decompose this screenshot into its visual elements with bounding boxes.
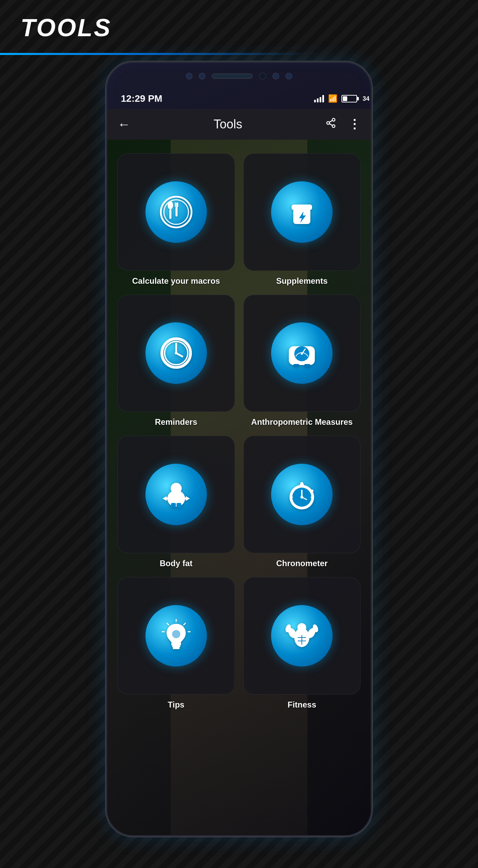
phone-dot-right — [272, 73, 279, 80]
svg-rect-11 — [177, 202, 178, 207]
chronometer-icon-circle — [271, 464, 333, 525]
phone-dot-left2 — [199, 73, 206, 80]
accent-line — [0, 53, 307, 55]
battery-icon: 34 — [341, 95, 357, 102]
svg-point-54 — [172, 630, 180, 638]
svg-rect-34 — [177, 503, 181, 508]
svg-marker-29 — [163, 496, 167, 501]
svg-point-1 — [327, 122, 329, 124]
phone-speaker — [212, 73, 253, 79]
phone-dot-left — [186, 73, 193, 80]
tool-chronometer[interactable]: Chronometer — [243, 436, 361, 569]
status-icons: 📶 34 — [314, 94, 357, 103]
app-header: ← Tools ⋮ — [107, 109, 371, 140]
tool-reminders-card[interactable] — [117, 295, 235, 412]
fitness-label: Fitness — [284, 699, 320, 710]
tool-tips[interactable]: Tips — [117, 577, 235, 710]
share-button[interactable] — [325, 117, 336, 131]
reminders-icon-circle — [145, 322, 207, 384]
bodyfat-icon-circle — [145, 464, 207, 525]
svg-rect-38 — [300, 482, 303, 484]
bodyfat-label: Body fat — [156, 558, 196, 569]
supplements-label: Supplements — [273, 276, 331, 286]
phone-dot-right2 — [285, 73, 292, 80]
tool-anthropometric[interactable]: Anthropometric Measures — [243, 295, 361, 428]
tool-supplements-card[interactable] — [243, 153, 361, 271]
tool-chronometer-card[interactable] — [243, 436, 361, 553]
svg-point-42 — [300, 496, 303, 499]
status-bar: 12:29 PM 📶 34 — [107, 88, 371, 109]
svg-line-50 — [167, 623, 169, 625]
tool-tips-card[interactable] — [117, 577, 235, 695]
svg-rect-39 — [311, 490, 313, 492]
svg-rect-8 — [169, 209, 171, 219]
svg-point-0 — [332, 118, 335, 121]
tool-anthropometric-card[interactable] — [243, 295, 361, 412]
tips-label: Tips — [164, 699, 188, 710]
svg-line-51 — [184, 623, 185, 625]
tool-bodyfat-card[interactable] — [117, 436, 235, 553]
svg-point-7 — [168, 201, 173, 209]
svg-rect-30 — [167, 498, 169, 500]
tools-grid: Calculate your macros — [117, 153, 361, 710]
tool-fitness[interactable]: Fitness — [243, 577, 361, 710]
svg-rect-12 — [175, 207, 178, 216]
macros-label: Calculate your macros — [129, 276, 223, 286]
chronometer-label: Chronometer — [273, 558, 331, 569]
wifi-icon: 📶 — [328, 94, 337, 103]
header-title: Tools — [137, 117, 319, 131]
reminders-label: Reminders — [152, 417, 201, 427]
svg-rect-47 — [172, 645, 180, 647]
svg-rect-14 — [292, 205, 312, 210]
anthropometric-label: Anthropometric Measures — [248, 417, 356, 427]
tool-macros-card[interactable] — [117, 153, 235, 271]
svg-point-20 — [175, 352, 178, 354]
svg-marker-31 — [186, 496, 190, 501]
tool-fitness-card[interactable] — [243, 577, 361, 695]
svg-line-4 — [329, 121, 332, 122]
anthropometric-icon-circle — [271, 322, 333, 384]
svg-rect-25 — [293, 364, 299, 367]
tool-macros[interactable]: Calculate your macros — [117, 153, 235, 286]
status-time: 12:29 PM — [121, 93, 162, 104]
svg-rect-48 — [173, 647, 180, 649]
svg-rect-10 — [175, 202, 176, 207]
macros-icon-circle — [145, 181, 207, 243]
tips-icon-circle — [145, 605, 207, 667]
tool-supplements[interactable]: Supplements — [243, 153, 361, 286]
fitness-icon-circle — [271, 605, 333, 667]
svg-point-28 — [167, 490, 185, 507]
svg-rect-32 — [184, 498, 186, 500]
svg-point-24 — [301, 353, 303, 355]
tool-reminders[interactable]: Reminders — [117, 295, 235, 428]
page-title: TOOLS — [20, 14, 112, 42]
svg-line-3 — [329, 124, 332, 125]
signal-icon — [314, 95, 324, 102]
svg-point-2 — [332, 125, 335, 127]
phone-top-bar — [107, 72, 371, 80]
phone-device: 12:29 PM 📶 34 ← Tools — [106, 61, 372, 837]
svg-rect-33 — [171, 503, 176, 508]
more-button[interactable]: ⋮ — [348, 117, 361, 131]
svg-rect-26 — [304, 364, 310, 367]
supplements-icon-circle — [271, 181, 333, 243]
tool-bodyfat[interactable]: Body fat — [117, 436, 235, 569]
app-content: Calculate your macros — [107, 140, 371, 835]
phone-camera — [259, 72, 266, 80]
back-button[interactable]: ← — [117, 117, 130, 132]
svg-point-56 — [297, 623, 306, 632]
